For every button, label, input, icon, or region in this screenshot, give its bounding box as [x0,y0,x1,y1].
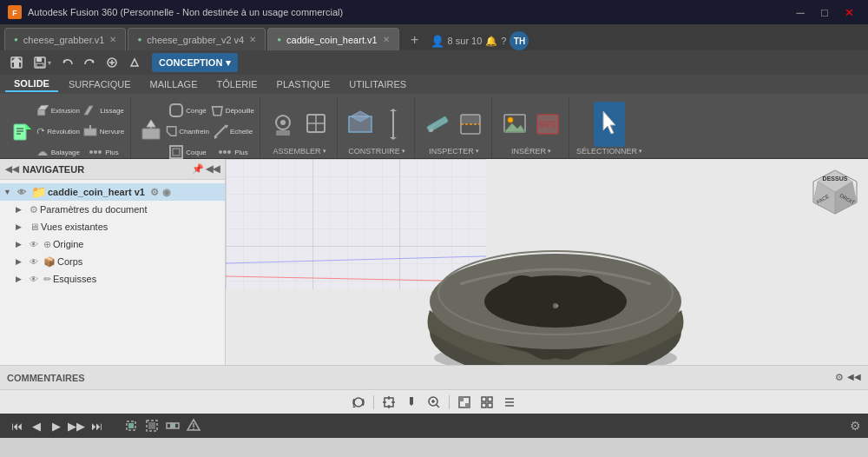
bt-pan[interactable] [402,393,421,412]
bt-fit[interactable] [379,393,398,412]
tab-cheese2[interactable]: ● cheese_grabber_v2 v4 ✕ [128,28,266,50]
nav-tree: ▼ 👁 📁 caddie_coin_heart v1 ⚙ ◉ ▶ ⚙ Param… [0,180,225,365]
expand-vues: ▶ [16,222,28,231]
ribbon-group-modifier: Congé Chanfrein Coque Dépouille [133,97,260,158]
tab-close-cheese2[interactable]: ✕ [249,35,256,44]
mode-tab-solide[interactable]: SOLIDE [5,76,58,92]
nav-item-root[interactable]: ▼ 👁 📁 caddie_coin_heart v1 ⚙ ◉ [0,183,225,201]
transform-move[interactable] [122,416,141,435]
svg-point-79 [556,304,559,307]
eye-icon[interactable]: 👁 [17,188,30,197]
mode-tab-plastique[interactable]: PLASTIQUE [268,77,339,91]
eye-icon-corps[interactable]: 👁 [30,257,42,267]
inspecter-measure[interactable] [422,102,453,147]
mode-tab-utilitaires[interactable]: UTILITAIRES [340,77,415,91]
navigator-collapse-right[interactable]: ◀◀ [206,163,220,175]
tab-close-caddie[interactable]: ✕ [383,35,390,44]
assembler-rigid[interactable] [300,102,332,147]
inserer-image[interactable] [499,102,530,147]
mode-tab-surfacique[interactable]: SURFACIQUE [60,77,140,91]
extra-tb1[interactable] [102,53,122,72]
creer-extrude[interactable]: Extrusion [36,101,80,120]
svg-text:SVG: SVG [538,120,556,129]
modifier-fillet[interactable]: Congé [166,101,209,120]
play-end[interactable]: ⏭ [87,416,106,435]
folder-icon: 📁 [31,185,46,199]
modifier-draft[interactable]: Dépouille [211,101,254,120]
construire-plane[interactable] [345,102,376,147]
extra-tb2[interactable] [124,53,145,72]
conception-button[interactable]: CONCEPTION ▾ [152,53,238,72]
creer-new-body[interactable] [9,114,35,149]
nav-item-params[interactable]: ▶ ⚙ Paramètres du document [0,201,225,218]
bt-display-mode2[interactable] [477,393,496,412]
view-gizmo[interactable]: DESSUS DROIT FACE [809,166,861,218]
bt-zoom[interactable] [424,393,444,412]
modifier-chamfer[interactable]: Chanfrein [166,122,209,141]
creer-revolve[interactable]: Révolution [36,122,80,141]
inserer-label[interactable]: INSÉRER▾ [511,147,551,158]
play-play[interactable]: ▶ [47,416,66,435]
close-button[interactable]: ✕ [837,0,861,24]
minimize-button[interactable]: ─ [788,0,812,24]
play-prev[interactable]: ◀ [27,416,46,435]
maximize-button[interactable]: □ [812,0,837,24]
eye-icon-origine[interactable]: 👁 [30,240,42,249]
eye-icon-esquisses[interactable]: 👁 [30,275,42,284]
undo-button[interactable] [57,53,78,72]
play-start[interactable]: ⏮ [7,416,26,435]
assembler-label[interactable]: ASSEMBLER▾ [273,147,326,158]
tab-cheese1[interactable]: ● cheese_grabber.v1 ✕ [4,28,126,50]
inspecter-section[interactable] [455,102,486,147]
mode-tab-tolerie[interactable]: TÔLERIE [208,77,266,91]
expand-icon: ▼ [3,188,16,196]
svg-line-37 [214,125,227,137]
nav-corps-label: Corps [57,256,82,267]
svg-point-87 [354,398,363,407]
svg-point-61 [508,117,513,123]
transform-scale[interactable] [163,416,182,435]
inspecter-label[interactable]: INSPECTER▾ [429,147,479,158]
svg-marker-53 [390,137,397,140]
play-next[interactable]: ▶▶ [67,416,86,435]
bt-display-mode3[interactable] [500,393,519,412]
navigator-pin[interactable]: 📌 [192,163,204,175]
settings-badge[interactable]: ⚙ [150,187,159,198]
svg-point-40 [219,150,222,154]
window-controls: ─ □ ✕ [788,0,861,24]
statusbar-gear[interactable]: ⚙ [850,419,861,433]
construire-label[interactable]: CONSTRUIRE▾ [348,147,405,158]
tab-add-button[interactable]: + [404,30,425,50]
creer-loft[interactable]: Lissage [82,101,125,120]
svg-rect-6 [36,57,42,62]
nav-item-vues[interactable]: ▶ 🖥 Vues existantes [0,218,225,235]
nav-item-corps[interactable]: ▶ 👁 📦 Corps [0,253,225,270]
viewport[interactable]: DESSUS DROIT FACE [226,159,868,365]
bt-display-mode1[interactable] [455,393,474,412]
nav-item-esquisses[interactable]: ▶ 👁 ✏ Esquisses [0,270,225,288]
tab-count: 👤 8 sur 10 🔔 ? TH [431,31,529,50]
redo-button[interactable] [79,53,100,72]
nav-item-origine[interactable]: ▶ 👁 ⊕ Origine [0,235,225,253]
assembler-joint[interactable] [267,102,299,147]
transform-rotate[interactable] [142,416,161,435]
construire-axis[interactable] [378,102,409,147]
inserer-svg[interactable]: SVG [532,102,563,147]
tab-close-cheese1[interactable]: ✕ [109,35,116,44]
svg-rect-45 [276,130,290,136]
comments-expand[interactable]: ◀◀ [847,372,861,383]
modifier-press-pull[interactable] [138,114,164,149]
comments-settings[interactable]: ⚙ [835,372,844,383]
modifier-scale[interactable]: Echelle [211,122,254,141]
tab-caddie[interactable]: ● caddie_coin_heart.v1 ✕ [267,28,398,50]
selectionner-label[interactable]: SÉLECTIONNER▾ [576,147,642,158]
bt-orbit[interactable] [349,393,368,412]
creer-rib[interactable]: Nervure [82,122,125,141]
save-button[interactable] [30,53,56,72]
home-button[interactable] [5,53,28,72]
selectionner-select[interactable] [594,102,625,147]
mode-tab-maillage[interactable]: MAILLAGE [141,77,206,91]
svg-rect-101 [482,397,486,401]
transform-other[interactable] [184,416,203,435]
more-badge[interactable]: ◉ [162,187,171,198]
